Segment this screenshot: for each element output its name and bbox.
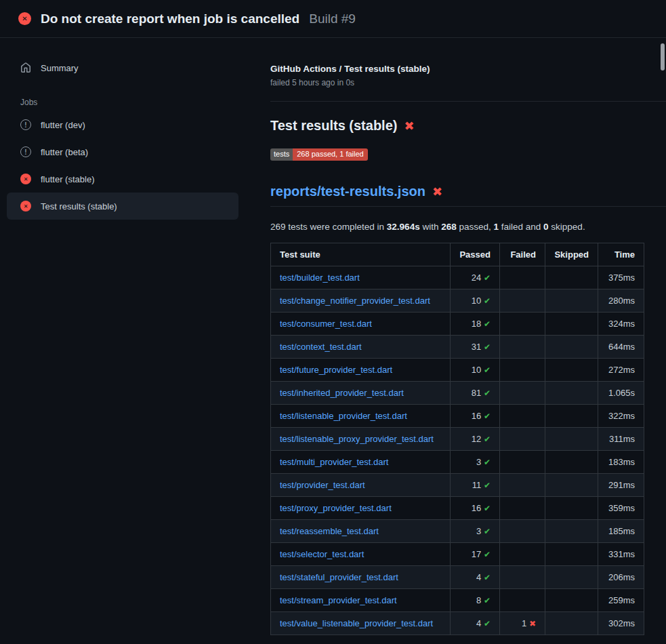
- suite-cell: test/stream_provider_test.dart: [271, 589, 451, 612]
- failed-cell: [500, 336, 545, 359]
- suite-cell: test/inherited_provider_test.dart: [271, 382, 451, 405]
- suite-link[interactable]: test/future_provider_test.dart: [280, 365, 392, 375]
- time-cell: 272ms: [598, 359, 644, 382]
- check-icon: ✔: [484, 458, 491, 467]
- failed-cell: [500, 589, 545, 612]
- suite-cell: test/context_test.dart: [271, 336, 451, 359]
- check-icon: ✔: [484, 273, 491, 283]
- failed-cell: [500, 382, 545, 405]
- badge-label: tests: [270, 148, 293, 161]
- suite-link[interactable]: test/selector_test.dart: [280, 549, 364, 559]
- suite-link[interactable]: test/multi_provider_test.dart: [280, 457, 388, 467]
- passed-cell: 3 ✔: [451, 451, 500, 474]
- build-number: Build #9: [309, 12, 356, 26]
- time-cell: 311ms: [598, 428, 644, 451]
- summary-text: failed and: [499, 222, 543, 232]
- skipped-cell: [545, 359, 598, 382]
- col-time: Time: [598, 243, 644, 266]
- suite-link[interactable]: test/stream_provider_test.dart: [280, 595, 397, 605]
- time-cell: 302ms: [598, 612, 644, 635]
- summary-failed-count: 1: [494, 222, 499, 232]
- check-icon: ✔: [484, 435, 491, 444]
- sidebar-item-label: flutter (stable): [41, 174, 94, 184]
- col-skipped: Skipped: [545, 243, 598, 266]
- skipped-cell: [545, 474, 598, 497]
- failed-x-icon: ✖: [432, 184, 442, 199]
- breadcrumb: GitHub Actions / Test results (stable): [270, 64, 666, 74]
- sidebar-item-flutter-beta[interactable]: ! flutter (beta): [7, 138, 238, 165]
- passed-cell: 81 ✔: [451, 382, 500, 405]
- suite-link[interactable]: test/context_test.dart: [280, 342, 362, 352]
- x-icon: ✖: [529, 619, 536, 628]
- jobs-section-label: Jobs: [20, 98, 238, 107]
- passed-cell: 11 ✔: [451, 474, 500, 497]
- check-icon: ✔: [484, 527, 491, 536]
- failed-cell: [500, 520, 545, 543]
- table-row: test/listenable_proxy_provider_test.dart…: [271, 428, 644, 451]
- suite-link[interactable]: test/consumer_test.dart: [280, 319, 372, 329]
- time-cell: 280ms: [598, 289, 644, 313]
- failed-cell: [500, 405, 545, 428]
- skipped-cell: [545, 428, 598, 451]
- suite-link[interactable]: test/inherited_provider_test.dart: [280, 388, 404, 398]
- table-row: test/future_provider_test.dart10 ✔272ms: [271, 359, 644, 382]
- sidebar-item-summary[interactable]: Summary: [7, 54, 238, 81]
- passed-cell: 31 ✔: [451, 336, 500, 359]
- sidebar-item-label: flutter (beta): [41, 147, 88, 157]
- passed-cell: 12 ✔: [451, 428, 500, 451]
- time-cell: 259ms: [598, 589, 644, 612]
- failed-icon: ✕: [20, 174, 31, 184]
- suite-link[interactable]: test/provider_test.dart: [280, 480, 365, 490]
- suite-link[interactable]: test/builder_test.dart: [280, 273, 360, 283]
- passed-cell: 3 ✔: [451, 520, 500, 543]
- divider: [270, 101, 666, 102]
- suite-cell: test/provider_test.dart: [271, 474, 451, 497]
- main-content: GitHub Actions / Test results (stable) f…: [254, 38, 666, 635]
- build-title: Do not create report when job is cancell…: [41, 12, 299, 26]
- table-body: test/builder_test.dart24 ✔375mstest/chan…: [271, 266, 644, 635]
- scrollbar-thumb[interactable]: [661, 43, 665, 71]
- suite-link[interactable]: test/stateful_provider_test.dart: [280, 572, 398, 582]
- sidebar: Summary Jobs ! flutter (dev) ! flutter (…: [0, 38, 254, 220]
- table-row: test/provider_test.dart11 ✔291ms: [271, 474, 644, 497]
- passed-cell: 18 ✔: [451, 313, 500, 336]
- report-link[interactable]: reports/test-results.json: [270, 184, 425, 199]
- suite-link[interactable]: test/listenable_proxy_provider_test.dart: [280, 434, 434, 444]
- section-title: Test results (stable) ✖: [270, 118, 666, 134]
- failed-cell: [500, 266, 545, 289]
- passed-cell: 16 ✔: [451, 405, 500, 428]
- failed-cell: [500, 428, 545, 451]
- warning-icon: !: [20, 146, 31, 157]
- sidebar-item-test-results-stable[interactable]: ✕ Test results (stable): [7, 193, 238, 220]
- sidebar-item-flutter-dev[interactable]: ! flutter (dev): [7, 111, 238, 138]
- check-icon: ✔: [484, 596, 491, 605]
- badge-value: 268 passed, 1 failed: [293, 148, 367, 161]
- failed-icon: ✕: [20, 201, 31, 212]
- suite-link[interactable]: test/proxy_provider_test.dart: [280, 503, 392, 513]
- failed-status-icon: ✕: [18, 12, 31, 25]
- check-icon: ✔: [484, 504, 491, 513]
- failed-cell: [500, 497, 545, 520]
- failed-cell: [500, 289, 545, 313]
- check-icon: ✔: [484, 573, 491, 582]
- suite-link[interactable]: test/reassemble_test.dart: [280, 526, 379, 536]
- suite-link[interactable]: test/listenable_provider_test.dart: [280, 411, 407, 421]
- sidebar-item-flutter-stable[interactable]: ✕ flutter (stable): [7, 165, 238, 193]
- suite-cell: test/listenable_proxy_provider_test.dart: [271, 428, 451, 451]
- check-icon: ✔: [484, 411, 491, 421]
- passed-cell: 4 ✔: [451, 566, 500, 589]
- skipped-cell: [545, 520, 598, 543]
- suite-cell: test/change_notifier_provider_test.dart: [271, 289, 451, 313]
- suite-link[interactable]: test/value_listenable_provider_test.dart: [280, 618, 433, 628]
- sidebar-item-label: flutter (dev): [41, 120, 85, 130]
- time-cell: 375ms: [598, 266, 644, 289]
- time-cell: 206ms: [598, 566, 644, 589]
- suite-link[interactable]: test/change_notifier_provider_test.dart: [280, 296, 430, 306]
- table-row: test/stateful_provider_test.dart4 ✔206ms: [271, 566, 644, 589]
- skipped-cell: [545, 451, 598, 474]
- skipped-cell: [545, 405, 598, 428]
- passed-cell: 8 ✔: [451, 589, 500, 612]
- col-passed: Passed: [451, 243, 500, 266]
- sidebar-item-label: Summary: [41, 63, 79, 73]
- failed-cell: [500, 474, 545, 497]
